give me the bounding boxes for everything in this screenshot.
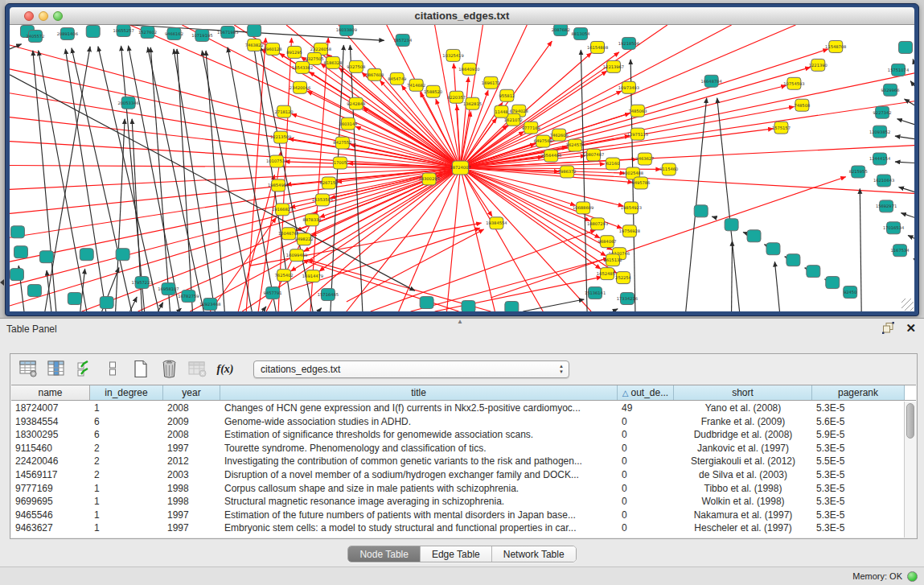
citation-edge-black[interactable] bbox=[895, 136, 914, 139]
citation-edge-red[interactable] bbox=[447, 168, 461, 311]
citation-edge-black[interactable] bbox=[860, 188, 861, 311]
function-builder-icon[interactable]: f(x) bbox=[216, 360, 235, 379]
citation-edge-black[interactable] bbox=[523, 299, 584, 311]
citation-edge-black[interactable] bbox=[262, 307, 266, 311]
citation-edge-black[interactable] bbox=[129, 46, 180, 311]
citation-edge-red[interactable] bbox=[246, 38, 265, 311]
tab-network-table[interactable]: Network Table bbox=[492, 546, 576, 562]
citation-edge-black[interactable] bbox=[895, 162, 914, 163]
citation-edge-red[interactable] bbox=[10, 168, 461, 262]
citation-edge-black[interactable] bbox=[45, 47, 90, 311]
citation-edge-black[interactable] bbox=[913, 59, 914, 63]
citation-edge-black[interactable] bbox=[899, 187, 914, 192]
graph-node-teal[interactable] bbox=[100, 297, 113, 309]
citation-edge-red[interactable] bbox=[461, 168, 633, 183]
table-scrollbar[interactable] bbox=[904, 402, 916, 538]
column-header-year[interactable]: year bbox=[163, 385, 220, 400]
citation-network-graph[interactable]: 2405572208914061065525715276029466162107… bbox=[10, 25, 914, 311]
citation-edge-red[interactable] bbox=[461, 168, 624, 207]
citation-edge-black[interactable] bbox=[897, 119, 914, 125]
graph-node-teal[interactable] bbox=[68, 293, 81, 305]
network-canvas[interactable]: 2405572208914061065525715276029466162107… bbox=[10, 25, 914, 311]
citation-edge-red[interactable] bbox=[319, 168, 460, 272]
graph-node-teal[interactable] bbox=[10, 226, 24, 238]
citation-edge-black[interactable] bbox=[150, 47, 170, 311]
table-row[interactable]: 2242004622012Investigating the contribut… bbox=[11, 455, 904, 468]
citation-edge-red[interactable] bbox=[10, 45, 461, 168]
graph-node-teal[interactable] bbox=[899, 41, 913, 53]
citation-edge-black[interactable] bbox=[774, 262, 779, 311]
graph-node-teal[interactable] bbox=[10, 269, 23, 281]
citation-edge-red[interactable] bbox=[461, 168, 544, 311]
citation-edge-black[interactable] bbox=[908, 236, 914, 239]
table-row[interactable]: 969969511998Structural magnetic resonanc… bbox=[11, 495, 904, 509]
graph-node-teal[interactable] bbox=[420, 297, 433, 309]
table-row[interactable]: 911546021997Tourette syndrome. Phenomeno… bbox=[11, 442, 904, 455]
citation-edge-black[interactable] bbox=[732, 241, 733, 311]
row-height-icon[interactable] bbox=[103, 360, 122, 379]
tab-node-table[interactable]: Node Table bbox=[348, 546, 421, 562]
graph-node-teal[interactable] bbox=[86, 25, 100, 37]
table-select-dropdown[interactable]: citations_edges.txt ▲▼ bbox=[253, 360, 569, 378]
graph-node-teal[interactable] bbox=[766, 243, 780, 255]
column-header-out-degree[interactable]: △out_de... bbox=[618, 385, 674, 400]
citation-edge-red[interactable] bbox=[461, 101, 914, 168]
citation-edge-black[interactable] bbox=[130, 297, 138, 311]
column-header-in-degree[interactable]: in_degree bbox=[90, 385, 163, 400]
graph-node-teal[interactable] bbox=[505, 302, 519, 311]
citation-edge-black[interactable] bbox=[72, 48, 132, 311]
table-row[interactable]: 946554611997Estimation of the future num… bbox=[11, 509, 904, 522]
table-row[interactable]: 1872400712008Changes of HCN gene express… bbox=[11, 402, 904, 415]
graph-node-teal[interactable] bbox=[116, 249, 129, 261]
citation-edge-red[interactable] bbox=[10, 142, 461, 168]
column-select-icon[interactable] bbox=[75, 360, 94, 379]
citation-edge-black[interactable] bbox=[10, 44, 22, 49]
graph-node-teal[interactable] bbox=[725, 219, 738, 231]
graph-node-teal[interactable] bbox=[807, 266, 820, 278]
graph-node-teal[interactable] bbox=[694, 205, 708, 217]
column-header-title[interactable]: title bbox=[220, 385, 618, 400]
table-row[interactable]: 1456911722003Disruption of a novel membe… bbox=[11, 468, 904, 482]
citation-edge-black[interactable] bbox=[33, 51, 56, 311]
graph-node-teal[interactable] bbox=[14, 246, 27, 258]
citation-edge-black[interactable] bbox=[121, 46, 145, 311]
column-header-short[interactable]: short bbox=[674, 385, 812, 400]
graph-node-teal[interactable] bbox=[747, 230, 761, 242]
graph-node-teal[interactable] bbox=[39, 251, 53, 263]
table-row[interactable]: 977716911998Corpus callosum shape and si… bbox=[11, 482, 904, 496]
citation-edge-black[interactable] bbox=[318, 308, 322, 311]
window-titlebar[interactable]: citations_edges.txt bbox=[10, 7, 914, 25]
graph-node-teal[interactable] bbox=[786, 254, 800, 266]
table-mode-icon[interactable] bbox=[18, 360, 38, 379]
tab-edge-table[interactable]: Edge Table bbox=[421, 546, 492, 562]
citation-edge-black[interactable] bbox=[901, 213, 914, 218]
show-columns-icon[interactable] bbox=[47, 360, 66, 379]
graph-node-teal[interactable] bbox=[27, 285, 41, 297]
table-row[interactable]: 1938455462009Genome-wide association stu… bbox=[11, 415, 904, 429]
citation-edge-black[interactable] bbox=[581, 50, 587, 311]
collapse-panel-icon[interactable] bbox=[0, 279, 4, 286]
citation-edge-black[interactable] bbox=[712, 216, 715, 217]
graph-node-teal[interactable] bbox=[462, 301, 475, 311]
citation-edge-black[interactable] bbox=[228, 47, 276, 311]
graph-node-teal[interactable] bbox=[248, 25, 261, 36]
graph-node-teal[interactable] bbox=[80, 249, 93, 261]
citation-edge-black[interactable] bbox=[148, 47, 204, 311]
citation-edge-black[interactable] bbox=[158, 303, 163, 311]
citation-edge-black[interactable] bbox=[914, 258, 914, 259]
citation-edge-black[interactable] bbox=[98, 47, 159, 311]
table-row[interactable]: 1830029562008Estimation of significance … bbox=[11, 428, 904, 442]
citation-edge-black[interactable] bbox=[613, 309, 618, 311]
citation-edge-black[interactable] bbox=[65, 49, 105, 311]
close-panel-icon[interactable]: ✕ bbox=[906, 322, 916, 334]
column-header-pagerank[interactable]: pagerank bbox=[812, 385, 905, 400]
citation-edge-black[interactable] bbox=[910, 81, 914, 86]
create-table-icon[interactable] bbox=[131, 360, 150, 379]
citation-edge-red[interactable] bbox=[461, 168, 492, 216]
delete-table-icon[interactable] bbox=[159, 360, 179, 379]
citation-edge-black[interactable] bbox=[717, 98, 740, 311]
graph-node-teal[interactable] bbox=[826, 277, 840, 289]
column-header-name[interactable]: name bbox=[11, 385, 90, 400]
table-row[interactable]: 946362711997Embryonic stem cells: a mode… bbox=[11, 521, 904, 535]
citation-edge-red[interactable] bbox=[10, 168, 461, 307]
